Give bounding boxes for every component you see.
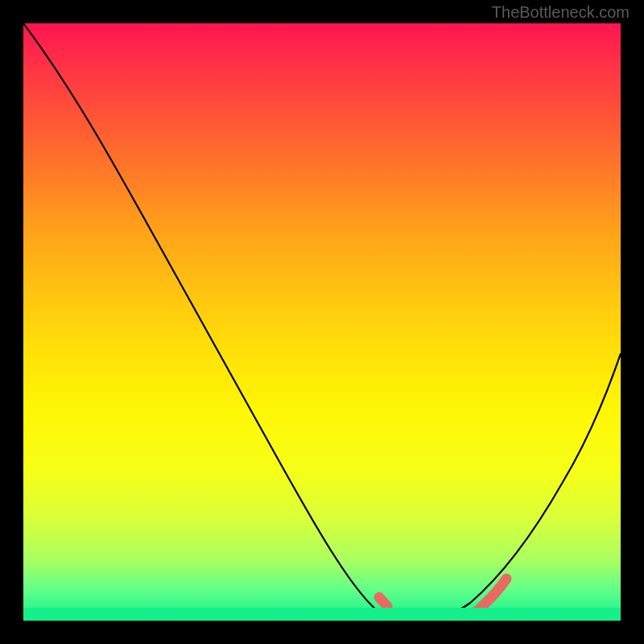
watermark: TheBottleneck.com: [492, 3, 630, 22]
highlight-right-rise: [481, 579, 506, 608]
bottleneck-curve-svg: [23, 23, 621, 621]
plot-area: [23, 23, 621, 621]
highlight-left-dot: [379, 597, 387, 606]
bottleneck-curve-path: [23, 23, 621, 619]
green-baseline-strip: [23, 608, 621, 621]
